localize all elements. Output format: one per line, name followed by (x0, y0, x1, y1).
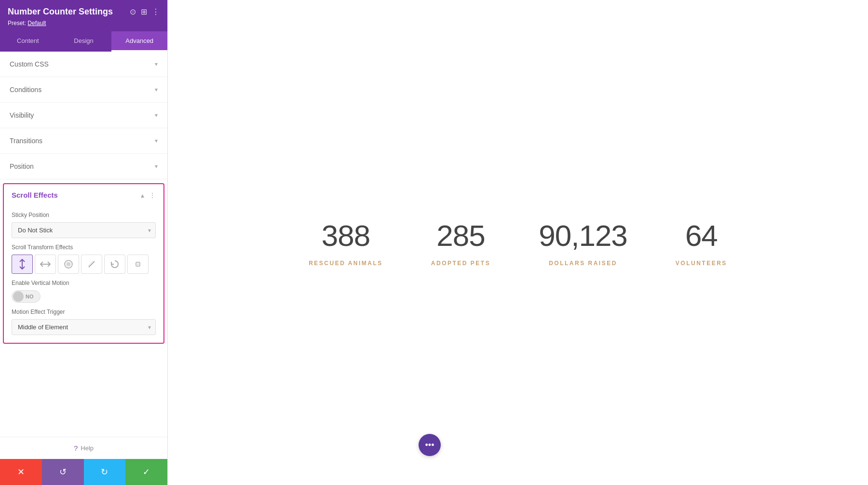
stat-rescued-animals: 388 RESCUED ANIMALS (309, 218, 383, 267)
svg-point-3 (67, 262, 70, 266)
scroll-transform-label: Scroll Transform Effects (12, 244, 156, 251)
chevron-icon: ▾ (155, 163, 158, 170)
chevron-icon: ▾ (155, 112, 158, 119)
help-label: Help (81, 445, 94, 452)
sidebar-footer[interactable]: ? Help (0, 437, 167, 459)
accordion-transitions: Transitions ▾ (0, 128, 167, 154)
chevron-icon: ▾ (155, 61, 158, 67)
accordion-header-conditions[interactable]: Conditions ▾ (0, 77, 167, 102)
transform-scale-btn[interactable] (127, 255, 149, 274)
accordion-header-position[interactable]: Position ▾ (0, 154, 167, 179)
sticky-position-select[interactable]: Do Not Stick Stick to Top Stick to Botto… (12, 222, 156, 238)
stat-adopted-pets: 285 ADOPTED PETS (431, 218, 490, 267)
toggle-no-label: NO (26, 294, 34, 299)
sticky-position-select-wrapper: Do Not Stick Stick to Top Stick to Botto… (12, 222, 156, 238)
accordion-header-visibility[interactable]: Visibility ▾ (0, 103, 167, 128)
main-content: 388 RESCUED ANIMALS 285 ADOPTED PETS 90,… (168, 0, 868, 485)
transform-horizontal-btn[interactable] (35, 255, 56, 274)
close-icon: ✕ (17, 467, 25, 477)
accordion-header-transitions[interactable]: Transitions ▾ (0, 128, 167, 153)
tab-advanced[interactable]: Advanced (111, 31, 167, 52)
undo-button[interactable]: ↺ (42, 459, 84, 485)
stat-volunteers: 64 VOLUNTEERS (676, 218, 727, 267)
transform-icons-row (12, 255, 156, 274)
stat-number-volunteers: 64 (676, 218, 727, 253)
save-icon: ✓ (143, 467, 150, 477)
settings-title: Number Counter Settings (8, 7, 113, 17)
position-label: Position (10, 162, 34, 170)
custom-css-label: Custom CSS (10, 60, 49, 68)
toggle-row: NO (12, 290, 156, 303)
svg-point-7 (137, 263, 139, 265)
dots-icon: ••• (425, 440, 434, 450)
stat-number-adopted: 285 (431, 218, 490, 253)
collapse-icon[interactable]: ▴ (141, 191, 144, 199)
chevron-icon: ▾ (155, 86, 158, 93)
more-icon[interactable]: ⋮ (152, 7, 160, 16)
stat-label-volunteers: VOLUNTEERS (676, 260, 727, 267)
tab-content[interactable]: Content (0, 31, 56, 52)
vertical-motion-toggle[interactable]: NO (12, 290, 41, 303)
redo-icon: ↻ (101, 467, 108, 477)
help-icon: ? (74, 444, 78, 452)
transitions-label: Transitions (10, 137, 42, 145)
accordion-conditions: Conditions ▾ (0, 77, 167, 103)
sidebar-header: Number Counter Settings ⊙ ⊞ ⋮ Preset: De… (0, 0, 167, 31)
menu-icon[interactable]: ⋮ (149, 191, 156, 199)
stat-dollars-raised: 90,123 DOLLARS RAISED (539, 218, 627, 267)
close-button[interactable]: ✕ (0, 459, 42, 485)
sidebar-tabs: Content Design Advanced (0, 31, 167, 52)
stat-label-adopted: ADOPTED PETS (431, 260, 490, 267)
transform-blur-btn[interactable] (81, 255, 102, 274)
stat-number-rescued: 388 (309, 218, 383, 253)
scroll-effects-body: Sticky Position Do Not Stick Stick to To… (4, 204, 163, 339)
scroll-effects-section: Scroll Effects ▴ ⋮ Sticky Position Do No… (3, 183, 164, 344)
sidebar-body: Custom CSS ▾ Conditions ▾ Visibility ▾ T… (0, 52, 167, 437)
undo-icon: ↺ (59, 467, 67, 477)
chevron-icon: ▾ (155, 137, 158, 144)
accordion-header-custom-css[interactable]: Custom CSS ▾ (0, 52, 167, 77)
vertical-motion-label: Enable Vertical Motion (12, 280, 156, 286)
stat-label-rescued: RESCUED ANIMALS (309, 260, 383, 267)
sidebar: Number Counter Settings ⊙ ⊞ ⋮ Preset: De… (0, 0, 168, 485)
scroll-effects-title: Scroll Effects (12, 191, 58, 199)
floating-more-button[interactable]: ••• (419, 434, 441, 456)
transform-fade-btn[interactable] (58, 255, 79, 274)
preset-label: Preset: Default (8, 20, 160, 27)
header-icons: ⊙ ⊞ ⋮ (130, 7, 160, 16)
conditions-label: Conditions (10, 86, 41, 94)
scroll-effects-icons: ▴ ⋮ (141, 191, 156, 199)
transform-vertical-btn[interactable] (12, 255, 33, 274)
bottom-bar: ✕ ↺ ↻ ✓ (0, 459, 167, 485)
trigger-label: Motion Effect Trigger (12, 309, 156, 315)
sticky-position-label: Sticky Position (12, 212, 156, 218)
transform-rotate-btn[interactable] (104, 255, 125, 274)
toggle-knob (13, 291, 24, 302)
scroll-effects-header: Scroll Effects ▴ ⋮ (4, 184, 163, 204)
redo-button[interactable]: ↻ (84, 459, 126, 485)
accordion-position: Position ▾ (0, 154, 167, 179)
stat-number-dollars: 90,123 (539, 218, 627, 253)
trigger-select-wrapper: Middle of Element Top of Element Bottom … (12, 319, 156, 335)
layout-icon[interactable]: ⊞ (141, 7, 147, 16)
accordion-custom-css: Custom CSS ▾ (0, 52, 167, 77)
stats-container: 388 RESCUED ANIMALS 285 ADOPTED PETS 90,… (309, 218, 727, 267)
visibility-label: Visibility (10, 111, 34, 119)
save-button[interactable]: ✓ (125, 459, 167, 485)
accordion-visibility: Visibility ▾ (0, 103, 167, 128)
settings-icon[interactable]: ⊙ (130, 7, 136, 16)
tab-design[interactable]: Design (56, 31, 112, 52)
stat-label-dollars: DOLLARS RAISED (549, 260, 617, 267)
trigger-select[interactable]: Middle of Element Top of Element Bottom … (12, 319, 156, 335)
